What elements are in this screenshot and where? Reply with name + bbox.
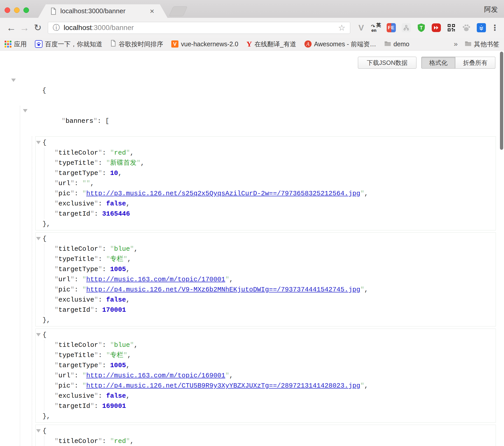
window-controls xyxy=(5,7,29,13)
window-minimize-button[interactable] xyxy=(14,7,20,13)
site-info-icon[interactable]: ⓘ xyxy=(53,23,60,33)
collapse-toggle-icon[interactable] xyxy=(36,237,41,240)
json-brace: }, xyxy=(43,412,50,420)
titlebar: localhost:3000/banner × 阿发 xyxy=(0,0,504,18)
json-colon: : xyxy=(94,306,102,314)
json-key: targetId xyxy=(59,306,90,314)
qr-code-icon[interactable] xyxy=(446,23,456,33)
json-line: "typeTitle": "专栏", xyxy=(44,254,496,264)
paw-icon[interactable] xyxy=(461,23,471,33)
collapse-toggle-icon[interactable] xyxy=(36,141,41,144)
json-line: { xyxy=(36,426,496,436)
collapse-toggle-icon[interactable] xyxy=(23,109,27,112)
json-colon: : xyxy=(102,265,110,273)
browser-tab[interactable]: localhost:3000/banner × xyxy=(38,4,167,18)
json-link[interactable]: http://p3.music.126.net/s25q2x5QyqsAzilC… xyxy=(86,190,360,197)
bookmarks-overflow-icon[interactable]: » xyxy=(454,40,458,48)
collapse-all-button[interactable]: 折叠所有 xyxy=(455,57,495,69)
json-line: }, xyxy=(36,219,496,229)
collapse-toggle-icon[interactable] xyxy=(11,79,16,82)
json-colon: : xyxy=(74,276,82,283)
bookmark-google-sort[interactable]: 谷歌按时间排序 xyxy=(110,40,163,48)
json-number-value: 3165446 xyxy=(102,210,130,218)
json-comma: , xyxy=(126,200,130,207)
collapse-toggle-icon[interactable] xyxy=(36,333,41,336)
json-number-value: 1005 xyxy=(110,265,126,273)
json-colon: : xyxy=(98,255,106,263)
bookmark-awesomes[interactable]: A Awesomes - 前端资… xyxy=(304,40,376,48)
json-link[interactable]: http://p4.music.126.net/CTU5B9R9y3XyYBZX… xyxy=(86,382,360,390)
json-link[interactable]: http://music.163.com/m/topic/170001 xyxy=(86,276,225,283)
json-key-quote: " xyxy=(94,392,98,400)
fe-extension-icon[interactable]: FE xyxy=(386,23,396,33)
banner-list: {"titleColor": "red","typeTitle": "新碟首发"… xyxy=(32,136,504,446)
tab-close-icon[interactable]: × xyxy=(150,7,154,15)
json-key-quote: " xyxy=(54,265,59,273)
bookmark-star-icon[interactable]: ☆ xyxy=(338,23,345,33)
profile-name[interactable]: 阿发 xyxy=(484,5,498,14)
baidu-paw-icon xyxy=(35,40,43,48)
json-key: exclusive xyxy=(59,392,94,400)
json-root-line: { xyxy=(18,75,504,106)
json-colon: : xyxy=(98,392,106,400)
json-colon: : xyxy=(102,362,110,369)
json-line: "exclusive": false, xyxy=(44,295,496,305)
bookmark-demo-folder[interactable]: demo xyxy=(384,40,410,48)
json-brace: { xyxy=(43,235,47,243)
json-key: banners xyxy=(65,117,93,125)
format-button[interactable]: 格式化 xyxy=(421,57,455,69)
json-key-quote: " xyxy=(94,200,98,207)
fast-forward-icon[interactable] xyxy=(431,23,441,33)
browser-menu-icon[interactable]: ⋮ xyxy=(491,23,499,33)
json-string-value: 专栏 xyxy=(110,255,123,263)
json-colon: : xyxy=(102,169,110,177)
forward-button[interactable]: → xyxy=(18,23,31,33)
window-zoom-button[interactable] xyxy=(23,7,29,13)
collapse-toggle-icon[interactable] xyxy=(36,429,41,433)
bookmark-youdao[interactable]: Y 在线翻译_有道 xyxy=(246,40,296,48)
json-colon: : xyxy=(102,341,110,349)
json-comma: , xyxy=(364,190,368,197)
scrollbar-thumb[interactable] xyxy=(500,52,503,150)
json-key-quote: " xyxy=(54,362,59,369)
bookmark-apps[interactable]: 应用 xyxy=(5,40,27,48)
back-button[interactable]: ← xyxy=(5,23,18,33)
vue-devtools-icon[interactable]: V xyxy=(356,23,366,33)
json-number-value: 169001 xyxy=(102,402,126,410)
other-bookmarks[interactable]: 其他书签 xyxy=(465,40,499,48)
json-key: pic xyxy=(59,286,71,293)
download-chevrons-icon[interactable] xyxy=(477,23,486,33)
sitemap-icon[interactable] xyxy=(401,23,411,33)
tab-title: localhost:3000/banner xyxy=(60,7,150,15)
banner-object: {"titleColor": "blue","typeTitle": "专栏",… xyxy=(35,329,496,423)
json-comma: , xyxy=(134,245,138,253)
json-line: { xyxy=(36,330,496,340)
shield-icon[interactable]: T xyxy=(416,23,426,33)
json-string-quote: " xyxy=(130,341,134,349)
json-key-quote: " xyxy=(70,372,74,379)
translate-icon[interactable]: ↷ 英 en xyxy=(371,23,381,33)
window-close-button[interactable] xyxy=(5,7,10,13)
json-key: pic xyxy=(59,382,71,390)
url-bar[interactable]: ⓘ localhost:3000/banner ☆ xyxy=(48,22,350,34)
json-key-quote: " xyxy=(54,306,59,314)
json-comma: , xyxy=(141,159,145,167)
download-json-button[interactable]: 下载JSON数据 xyxy=(358,57,416,69)
bookmark-vue-hackernews[interactable]: V vue-hackernews-2.0 xyxy=(171,40,238,48)
json-link[interactable]: http://music.163.com/m/topic/169001 xyxy=(86,372,225,379)
json-comma: , xyxy=(127,351,131,359)
json-key-quote: " xyxy=(54,200,59,207)
json-key-quote: " xyxy=(94,351,98,359)
json-colon: : xyxy=(98,200,106,207)
json-line: "exclusive": false, xyxy=(44,199,496,209)
json-link[interactable]: http://p4.music.126.net/V9-MXz6b2MNhEKju… xyxy=(86,286,360,293)
json-string-value: 新碟首发 xyxy=(110,159,136,167)
bookmark-baidu[interactable]: 百度一下，你就知道 xyxy=(35,40,102,48)
json-key-quote: " xyxy=(94,255,98,263)
json-key-quote: " xyxy=(54,276,59,283)
json-colon: : xyxy=(102,245,110,253)
reload-button[interactable]: ↻ xyxy=(31,23,44,32)
json-key: typeTitle xyxy=(59,351,94,359)
browser-toolbar: ← → ↻ ⓘ localhost:3000/banner ☆ V ↷ 英 en… xyxy=(0,18,504,38)
new-tab-button[interactable] xyxy=(169,6,187,16)
